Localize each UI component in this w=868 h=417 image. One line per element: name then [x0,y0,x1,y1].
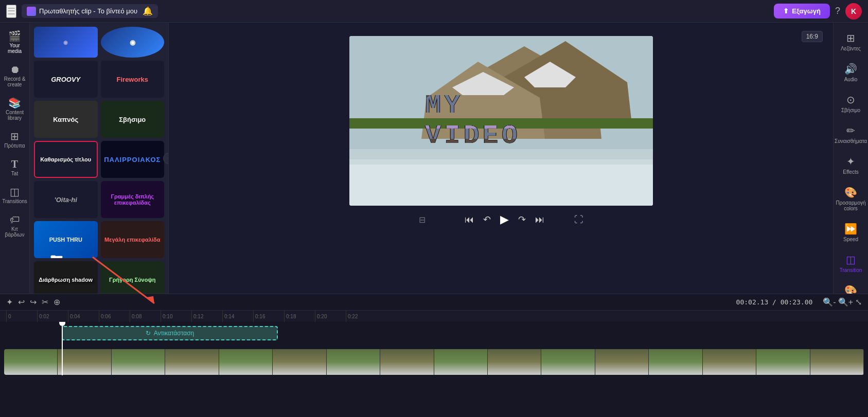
fit-button[interactable]: ⤡ [855,297,862,307]
video-thumb [58,349,111,375]
transitions-icon: ◫ [10,187,20,197]
template-card-grammes[interactable]: Γραμμές διπλής επικεφαλίδας [101,181,165,218]
speed-icon: ⏩ [844,223,857,235]
rs-effects[interactable]: ✦ Effects [836,150,866,180]
refresh-icon: ↻ [146,330,151,337]
rs-colors[interactable]: 🎨 Προσαρμογή colors [836,181,866,216]
play-button[interactable]: ▶ [500,213,509,226]
playhead-marker [59,322,65,326]
timeline-toolbar: ✦ ↩ ↪ ✂ ⊕ 00:02.13 / 00:23.00 🔍- 🔍+ ⤡ [0,294,868,311]
template-card-megali[interactable]: Μεγάλη επικεφαλίδα [101,221,165,258]
ruler-marks-container: 0 0:02 0:04 0:06 0:08 0:10 0:12 0:14 0:1… [6,311,868,322]
effects-icon: ✦ [846,155,855,168]
video-thumb [756,349,810,375]
right-sidebar: ⊞ Λεζάντες 🔊 Audio ⊙ Σβήσιμο ✏ Συναισθήμ… [833,23,868,294]
captions-icon: ⊞ [846,32,855,44]
template-card-katharismos[interactable]: Καθαρισμός τίτλου [34,141,98,178]
rs-synaisth[interactable]: ✏ Συναισθήματα [836,119,866,149]
rs-label: Transition [840,267,862,273]
template-card-oita-hi[interactable]: 'Oita-hi [34,181,98,218]
rs-captions[interactable]: ⊞ Λεζάντες [836,27,866,57]
timeline-timecode: 00:02.13 / 00:23.00 [736,298,813,306]
template-card-sbisimo[interactable]: Σβήσιμο [101,101,165,138]
rs-label: Effects [843,169,858,175]
project-tab[interactable]: Πρωταθλητής clip - Το βίντεό μου 🔔 [22,4,158,18]
template-card-palirroiakos[interactable]: ΠΑΛΙΡΡΟΙΑΚΟΣ [101,141,165,178]
video-thumb [112,349,165,375]
sidebar-item-label: Πρότυπα [4,143,25,149]
video-thumb [595,349,649,375]
sidebar-item-transitions[interactable]: ◫ Transitions [2,183,28,208]
ruler-mark: 0:10 [161,311,191,322]
rs-transition[interactable]: ◫ Transition [836,248,866,278]
video-track-item[interactable] [4,349,864,375]
rs-audio[interactable]: 🔊 Audio [836,58,866,87]
captions-toggle-button[interactable]: ⊟ [419,215,426,225]
cut-button[interactable]: ✂ [42,297,48,307]
redo-button[interactable]: ↪ [30,297,37,307]
transition-icon: ◫ [846,253,856,266]
template-card-kapnos[interactable]: Καπνός [34,101,98,138]
sidebar-item-record[interactable]: ⏺ Record & create [2,60,28,92]
template-card-groovy[interactable]: GROOVY [34,61,98,98]
templates-panel: ◉ ◉ GROOVY Fireworks Καπνός Σβήσιμο Καθα… [30,23,169,294]
template-card-top-left[interactable]: ◉ [34,27,98,58]
rs-label: Προσαρμογή colors [836,200,866,211]
skip-forward-button[interactable]: ⏭ [535,214,544,225]
sidebar-item-your-media[interactable]: 🎬 Your media [2,27,28,58]
fullscreen-button[interactable]: ⛶ [574,214,583,225]
magic-tool-button[interactable]: ✦ [6,297,13,307]
timeline-section: ✦ ↩ ↪ ✂ ⊕ 00:02.13 / 00:23.00 🔍- 🔍+ ⤡ 0 … [0,294,868,417]
magnet-button[interactable]: ⊕ [54,297,60,307]
template-card-push-thru[interactable]: PUSH THRU ☛ [34,221,98,258]
rs-label: Audio [844,77,858,82]
sidebar-item-label: Transitions [2,198,27,204]
template-card-grigori[interactable]: Γρήγορη Σύνοψη [101,261,165,294]
synaisth-icon: ✏ [846,124,855,137]
sidebar-item-label: Your media [4,43,26,54]
fast-forward-button[interactable]: ↷ [518,214,526,225]
timeline-ruler: 0 0:02 0:04 0:06 0:08 0:10 0:12 0:14 0:1… [0,311,868,322]
template-card-fireworks[interactable]: Fireworks [101,61,165,98]
video-thumb [380,349,434,375]
video-title-text: MY VIDEO [425,90,577,151]
sidebar-item-content[interactable]: 📚 Content library [2,94,28,125]
video-thumbnails [4,349,864,375]
templates-grid: ◉ ◉ GROOVY Fireworks Καπνός Σβήσιμο Καθα… [30,23,168,294]
hamburger-menu[interactable]: ☰ [6,5,16,18]
rs-color[interactable]: 🎨 Color [836,279,866,294]
text-track-label: Αντικατάσταση [154,330,194,337]
template-card-top-right[interactable]: ◉ [101,27,165,58]
playhead[interactable] [62,322,63,375]
ruler-mark: 0:12 [191,311,222,322]
skip-back-button[interactable]: ⏮ [465,214,474,225]
sidebar-item-brand-kit[interactable]: 🏷 Κιτ βάρδιων [2,210,28,242]
video-thumb [327,349,380,375]
video-background: MY VIDEO [349,36,653,206]
video-thumb [703,349,756,375]
template-card-diarth[interactable]: Διάρθρωση shadow [34,261,98,294]
sidebar-item-templates[interactable]: ⊞ Πρότυπα [2,127,28,153]
sbisimo-icon: ⊙ [846,94,855,106]
video-thumb [165,349,219,375]
rs-sbisimo[interactable]: ⊙ Σβήσιμο [836,88,866,118]
help-button[interactable]: ? [835,6,840,16]
ruler-mark: 0 [6,311,37,322]
rewind-button[interactable]: ↶ [483,214,491,225]
video-preview: MY VIDEO [349,36,653,206]
video-thumb [488,349,541,375]
video-thumb [810,349,864,375]
svg-rect-8 [349,149,653,165]
zoom-out-button[interactable]: 🔍- [823,297,836,307]
export-button[interactable]: ⬆ Εξαγωγή [774,4,830,19]
rs-speed[interactable]: ⏩ Speed [836,217,866,247]
avatar[interactable]: K [845,3,862,20]
project-icon [27,7,36,16]
undo-button[interactable]: ↩ [18,297,25,307]
project-title: Πρωταθλητής clip - Το βίντεό μου [39,7,137,15]
zoom-in-button[interactable]: 🔍+ [838,297,853,307]
video-thumb [434,349,488,375]
sidebar-item-text[interactable]: T Tat [2,155,28,180]
text-track-item[interactable]: ↻ Αντικατάσταση [62,326,278,340]
brand-kit-icon: 🏷 [10,214,20,225]
